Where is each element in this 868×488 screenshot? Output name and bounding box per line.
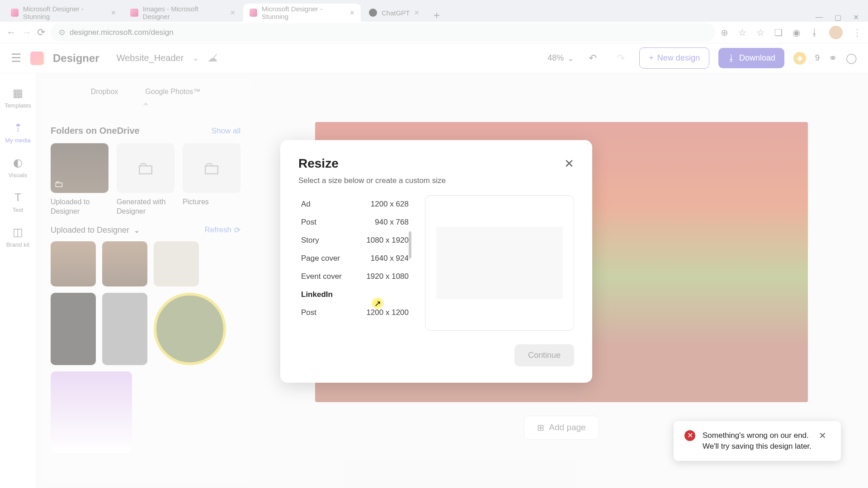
- scrollbar[interactable]: [409, 231, 411, 258]
- continue-button[interactable]: Continue: [514, 344, 574, 366]
- error-toast: ✕ Something's wrong on our end.We'll try…: [674, 421, 841, 461]
- close-icon[interactable]: ✕: [819, 430, 826, 441]
- toast-message: Something's wrong on our end.We'll try s…: [703, 430, 811, 452]
- resize-modal: Resize ✕ Select a size below or create a…: [280, 140, 592, 383]
- cursor-highlight: [371, 296, 384, 310]
- size-option[interactable]: Post940 x 768: [298, 213, 411, 231]
- size-option[interactable]: Ad1200 x 628: [298, 195, 411, 213]
- size-preview: [425, 195, 574, 331]
- error-icon: ✕: [684, 430, 695, 441]
- modal-subtitle: Select a size below or create a custom s…: [298, 176, 574, 185]
- size-category: LinkedIn: [298, 286, 411, 304]
- size-option[interactable]: Page cover1640 x 924: [298, 249, 411, 267]
- size-option[interactable]: Story1080 x 1920: [298, 231, 411, 249]
- preview-placeholder: [436, 227, 563, 299]
- close-icon[interactable]: ✕: [564, 157, 574, 171]
- modal-title: Resize: [298, 156, 339, 171]
- size-list[interactable]: Ad1200 x 628 Post940 x 768 Story1080 x 1…: [298, 195, 411, 317]
- size-option[interactable]: Event cover1920 x 1080: [298, 267, 411, 286]
- size-option[interactable]: Post1200 x 1200: [298, 304, 411, 317]
